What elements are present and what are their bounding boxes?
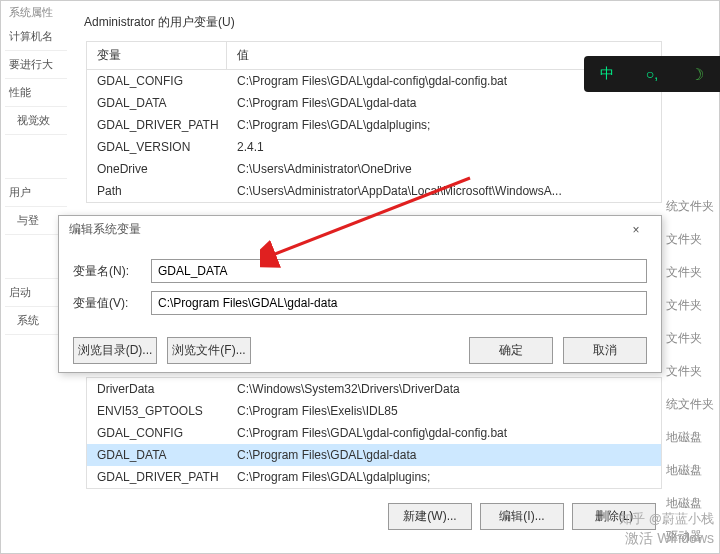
table-row[interactable]: DriverDataC:\Windows\System32\Drivers\Dr…: [87, 378, 661, 400]
table-row[interactable]: GDAL_VERSION2.4.1: [87, 136, 661, 158]
value-row: 变量值(V):: [73, 291, 647, 315]
dialog-title-text: 编辑系统变量: [69, 221, 141, 238]
tab-visual[interactable]: 视觉效: [5, 107, 67, 135]
ime-toolbar[interactable]: 中 ○, ☽: [584, 56, 720, 92]
edit-button[interactable]: 编辑(I)...: [480, 503, 564, 530]
activate-windows-text: 激活 Windows: [619, 530, 714, 548]
cancel-button[interactable]: 取消: [563, 337, 647, 364]
panel-buttons: 确定: [74, 540, 674, 554]
name-row: 变量名(N):: [73, 259, 647, 283]
ime-lang-icon[interactable]: 中: [600, 65, 614, 83]
user-vars-label: Administrator 的用户变量(U): [74, 8, 674, 37]
table-row[interactable]: GDAL_DRIVER_PATHC:\Program Files\GDAL\gd…: [87, 466, 661, 488]
table-row[interactable]: GDAL_CONFIGC:\Program Files\GDAL\gdal-co…: [87, 70, 661, 92]
dialog-body: 变量名(N): 变量值(V):: [59, 243, 661, 331]
ime-mode-icon[interactable]: ☽: [690, 65, 704, 84]
tab-performance[interactable]: 性能: [5, 79, 67, 107]
table-row[interactable]: ENVI53_GPTOOLSC:\Program Files\Exelis\ID…: [87, 400, 661, 422]
edit-variable-dialog: 编辑系统变量 × 变量名(N): 变量值(V): 浏览目录(D)... 浏览文件…: [58, 215, 662, 373]
table-header: 变量 值: [87, 42, 661, 70]
bg-folder-labels: 统文件夹 文件夹 文件夹 文件夹 文件夹 文件夹 统文件夹 地磁盘 地磁盘 地磁…: [666, 190, 714, 554]
value-label: 变量值(V):: [73, 295, 151, 312]
sys-buttons: 新建(W)... 编辑(I)... 删除(L): [74, 493, 674, 540]
header-name[interactable]: 变量: [87, 42, 227, 69]
system-vars-table: DriverDataC:\Windows\System32\Drivers\Dr…: [86, 377, 662, 489]
tab-user[interactable]: 用户: [5, 179, 67, 207]
dialog-titlebar: 编辑系统变量 ×: [59, 216, 661, 243]
ime-punct-icon[interactable]: ○,: [646, 66, 658, 82]
watermark: 知乎 @蔚蓝小栈 激活 Windows: [619, 510, 714, 548]
name-label: 变量名(N):: [73, 263, 151, 280]
tab-computer-name[interactable]: 计算机名: [5, 23, 67, 51]
table-row[interactable]: GDAL_DRIVER_PATHC:\Program Files\GDAL\gd…: [87, 114, 661, 136]
browse-file-button[interactable]: 浏览文件(F)...: [167, 337, 251, 364]
close-icon[interactable]: ×: [621, 223, 651, 237]
variable-value-input[interactable]: [151, 291, 647, 315]
watermark-author: 知乎 @蔚蓝小栈: [619, 510, 714, 528]
browse-dir-button[interactable]: 浏览目录(D)...: [73, 337, 157, 364]
table-row[interactable]: GDAL_DATAC:\Program Files\GDAL\gdal-data: [87, 92, 661, 114]
ok-button[interactable]: 确定: [469, 337, 553, 364]
table-row[interactable]: PathC:\Users\Administrator\AppData\Local…: [87, 180, 661, 202]
table-row[interactable]: GDAL_CONFIGC:\Program Files\GDAL\gdal-co…: [87, 422, 661, 444]
user-vars-table: 变量 值 GDAL_CONFIGC:\Program Files\GDAL\gd…: [86, 41, 662, 203]
table-row[interactable]: OneDriveC:\Users\Administrator\OneDrive: [87, 158, 661, 180]
variable-name-input[interactable]: [151, 259, 647, 283]
table-row[interactable]: GDAL_DATAC:\Program Files\GDAL\gdal-data: [87, 444, 661, 466]
dialog-buttons: 浏览目录(D)... 浏览文件(F)... 确定 取消: [59, 331, 661, 370]
new-button[interactable]: 新建(W)...: [388, 503, 472, 530]
tab-item[interactable]: 要进行大: [5, 51, 67, 79]
